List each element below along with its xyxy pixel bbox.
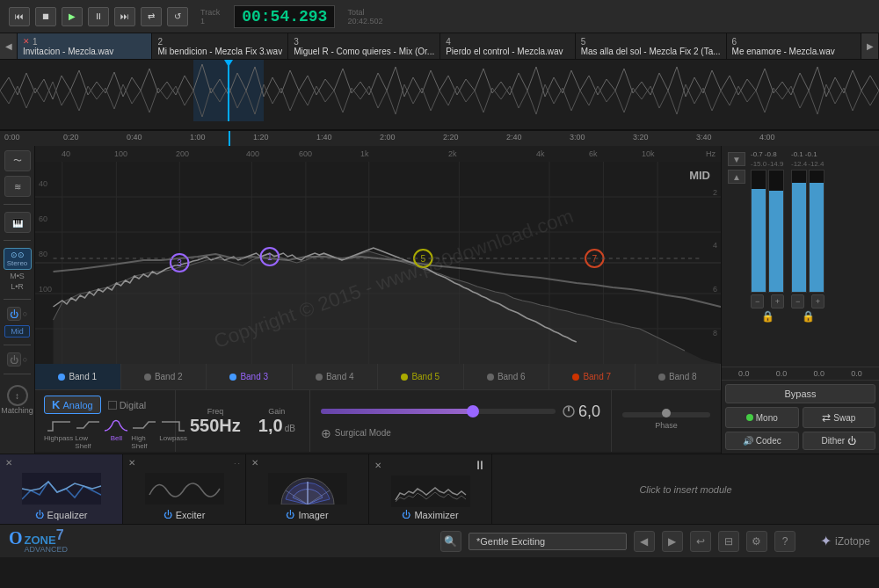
swap-button[interactable]: ⇄ Swap [803, 407, 876, 428]
left-controls: 〜 ≋ 🎹 ⊙⊙ Stereo M•SL•R ⏻ ○ Mid ⏻ ○ ↕ Mat… [0, 146, 35, 454]
analog-button[interactable]: K Analog [44, 396, 101, 414]
meter-left-top-values: -0.7 -0.8 [751, 150, 784, 158]
band-tab-5[interactable]: Band 5 [378, 364, 464, 389]
module-img-power-icon[interactable]: ⏻ [286, 510, 294, 519]
track-item-5[interactable]: 5 Mas alla del sol - Mezcla Fix 2 (Ta... [576, 33, 727, 59]
stereo-mode-button[interactable]: ⊙⊙ Stereo [4, 248, 32, 270]
bell-shape[interactable]: Bell [103, 417, 129, 450]
db-right-2: 2 [713, 188, 717, 197]
dither-button[interactable]: Dither ⏻ [803, 432, 876, 450]
track-prev-button[interactable]: ◀ [0, 33, 18, 59]
lock-right-icon: 🔒 [802, 310, 815, 323]
undo-button[interactable]: ↩ [690, 531, 711, 552]
band-tab-2[interactable]: Band 2 [121, 364, 207, 389]
dither-label: Dither [821, 436, 845, 446]
highshelf-shape[interactable]: High Shelf [131, 417, 157, 450]
phase-slider[interactable] [622, 412, 710, 417]
band-tab-8[interactable]: Band 8 [636, 364, 722, 389]
track-item-3[interactable]: 3 Miguel R - Como quieres - Mix (Or... [288, 33, 440, 59]
mid-button[interactable]: Mid [4, 325, 30, 338]
bypass-button[interactable]: Bypass [725, 384, 875, 403]
settings-button[interactable]: ⚙ [746, 531, 767, 552]
module-eq-close[interactable]: ✕ [5, 458, 12, 468]
digital-button[interactable]: Digital [108, 400, 147, 410]
spectrum-tool-button[interactable]: ≋ [4, 176, 31, 197]
meter-down-button[interactable]: ▼ [728, 152, 745, 166]
skip-fwd-button[interactable]: ⏭ [114, 7, 135, 26]
surgical-mode-label: Surgical Mode [335, 428, 391, 438]
search-button[interactable]: 🔍 [440, 531, 461, 552]
mono-button[interactable]: Mono [725, 407, 799, 428]
track-item-6[interactable]: 6 Me enamore - Mezcla.wav [727, 33, 861, 59]
side-power-button[interactable]: ⏻ [7, 352, 21, 367]
meter-right-minus[interactable]: − [791, 294, 804, 309]
preset-input[interactable] [469, 533, 627, 550]
module-equalizer[interactable]: ✕ ⏻ Equalizer [0, 454, 123, 524]
highpass-label: Highpass [44, 434, 73, 442]
settings-icon: ⚙ [752, 535, 761, 548]
power-label: ○ [23, 309, 27, 318]
module-img-close[interactable]: ✕ [251, 458, 258, 468]
compare-button[interactable]: ⊟ [718, 531, 739, 552]
stop-button[interactable]: ⏹ [35, 7, 56, 26]
meter-up-button[interactable]: ▲ [728, 170, 745, 184]
module-max-name: Maximizer [414, 510, 458, 520]
track-close-1[interactable]: ✕ [23, 37, 30, 46]
module-insert-label: Click to insert module [639, 484, 731, 495]
piano-button[interactable]: 🎹 [4, 212, 31, 233]
module-maximizer[interactable]: ✕ ⏸ ⏻ Maximizer [369, 454, 492, 524]
module-exc-waveform [128, 469, 240, 508]
band-tab-1[interactable]: Band 1 [35, 364, 121, 389]
timeline-bar: 0:00 0:20 0:40 1:00 1:20 1:40 2:00 2:20 … [0, 130, 879, 146]
band-tab-3[interactable]: Band 3 [207, 364, 293, 389]
q-slider-section: 6,0 ⊕ Surgical Mode [310, 390, 612, 452]
analog-digital-row: K Analog Digital [44, 396, 166, 414]
meter-left-plus[interactable]: + [771, 294, 784, 309]
meter-left-sub-1: -15.0 [751, 160, 766, 168]
codec-button[interactable]: 🔊 Codec [725, 432, 799, 450]
band-tab-4[interactable]: Band 4 [293, 364, 379, 389]
prev-preset-button[interactable]: ◀ [634, 531, 655, 552]
waveform-svg: // Generated inline waveform lines [0, 60, 879, 121]
module-max-pause-icon[interactable]: ⏸ [474, 458, 486, 472]
track-item-1[interactable]: ✕ 1 Invitacion - Mezcla.wav [18, 33, 152, 59]
matching-button[interactable]: ↕ Matching [0, 381, 37, 418]
db-right-4: 4 [713, 241, 717, 250]
track-name-1: Invitacion - Mezcla.wav [23, 47, 146, 56]
separator-2 [4, 240, 31, 241]
db-right-8: 8 [713, 329, 717, 338]
module-imager[interactable]: ✕ ⏻ Imager [246, 454, 369, 524]
band-tab-6[interactable]: Band 6 [464, 364, 550, 389]
q-slider[interactable] [321, 409, 556, 414]
module-exc-power-icon[interactable]: ⏻ [163, 510, 172, 519]
track-item-2[interactable]: 2 Mi bendicion - Mezcla Fix 3.wav [152, 33, 288, 59]
highpass-shape[interactable]: Highpass [44, 417, 73, 450]
pause-button[interactable]: ⏸ [88, 7, 109, 26]
module-max-power-icon[interactable]: ⏻ [402, 510, 410, 519]
loop-button[interactable]: ⇄ [141, 7, 162, 26]
module-exciter[interactable]: ✕ ·· ⏻ Exciter [123, 454, 246, 524]
meter-left-minus[interactable]: − [751, 294, 764, 309]
next-preset-button[interactable]: ▶ [662, 531, 683, 552]
help-button[interactable]: ? [774, 531, 795, 552]
track-next-button[interactable]: ▶ [861, 33, 879, 59]
q-slider-handle[interactable] [467, 405, 479, 417]
module-max-close[interactable]: ✕ [374, 461, 381, 470]
module-insert-slot[interactable]: Click to insert module [492, 454, 879, 524]
freq-10k: 10k [642, 149, 655, 158]
module-eq-power-icon[interactable]: ⏻ [35, 510, 44, 519]
module-exc-close[interactable]: ✕ [128, 458, 135, 468]
record-button[interactable]: ↺ [167, 7, 188, 26]
meter-right-plus[interactable]: + [811, 294, 825, 309]
phase-slider-handle[interactable] [662, 409, 671, 417]
freq-value: 550Hz [190, 416, 241, 436]
skip-back-button[interactable]: ⏮ [9, 7, 30, 26]
track-item-4[interactable]: 4 Pierdo el control - Mezcla.wav [440, 33, 575, 59]
lowshelf-shape[interactable]: Low Shelf [75, 417, 101, 450]
play-button[interactable]: ▶ [62, 7, 83, 26]
curve-tool-button[interactable]: 〜 [4, 150, 31, 171]
surgical-mode-button[interactable]: ⊕ Surgical Mode [321, 426, 600, 440]
separator-3 [4, 299, 31, 300]
power-button[interactable]: ⏻ [7, 307, 21, 321]
band-tab-7[interactable]: Band 7 [549, 364, 636, 389]
